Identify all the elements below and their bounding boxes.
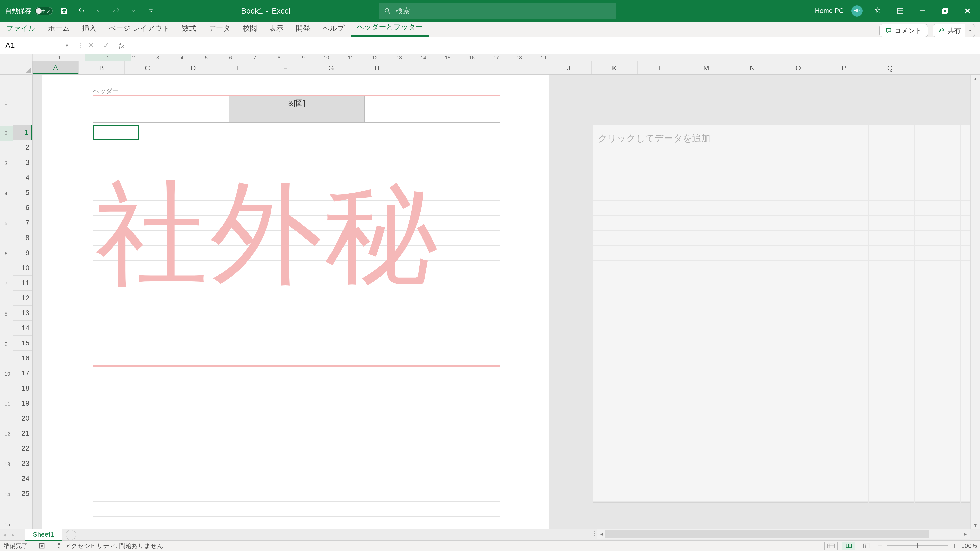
view-normal-button[interactable] xyxy=(824,542,838,550)
tab-header-footer[interactable]: ヘッダーとフッター xyxy=(351,19,429,37)
restore-button[interactable] xyxy=(938,8,953,14)
row-header-9[interactable]: 9 xyxy=(13,245,32,260)
row-header-16[interactable]: 16 xyxy=(13,351,32,366)
formula-input[interactable] xyxy=(129,37,970,54)
horizontal-scrollbar[interactable]: ◂ ▸ xyxy=(597,529,970,539)
column-header-M[interactable]: M xyxy=(683,62,729,75)
scroll-down-arrow[interactable]: ▾ xyxy=(970,521,980,529)
column-header-A[interactable]: A xyxy=(33,62,79,75)
search-box[interactable] xyxy=(379,3,616,19)
row-header-14[interactable]: 14 xyxy=(13,321,32,336)
tab-view[interactable]: 表示 xyxy=(263,20,290,37)
zoom-out-button[interactable]: − xyxy=(878,542,882,550)
view-page-layout-button[interactable] xyxy=(842,542,856,550)
tab-page-layout[interactable]: ページ レイアウト xyxy=(103,20,176,37)
coming-soon-icon[interactable] xyxy=(870,7,885,15)
close-button[interactable] xyxy=(960,7,975,14)
row-header-12[interactable]: 12 xyxy=(13,291,32,306)
row-header-10[interactable]: 10 xyxy=(13,260,32,275)
column-header-H[interactable]: H xyxy=(354,62,400,75)
row-header-4[interactable]: 4 xyxy=(13,170,32,185)
minimize-button[interactable] xyxy=(915,7,930,14)
account-name[interactable]: Home PC xyxy=(815,7,844,15)
zoom-percentage[interactable]: 100% xyxy=(961,542,977,549)
scroll-right-arrow[interactable]: ▸ xyxy=(962,531,969,537)
tab-formulas[interactable]: 数式 xyxy=(176,20,202,37)
redo-dropdown[interactable] xyxy=(127,5,139,17)
column-header-P[interactable]: P xyxy=(821,62,867,75)
column-header-E[interactable]: E xyxy=(216,62,262,75)
column-header-D[interactable]: D xyxy=(170,62,216,75)
tab-insert[interactable]: 挿入 xyxy=(76,20,103,37)
sheet-tab-active[interactable]: Sheet1 xyxy=(25,529,62,541)
header-left-box[interactable] xyxy=(94,97,229,122)
insert-function-button[interactable]: fx xyxy=(114,41,129,50)
column-header-O[interactable]: O xyxy=(775,62,821,75)
row-header-21[interactable]: 21 xyxy=(13,426,32,441)
share-dropdown[interactable] xyxy=(966,24,975,37)
scroll-left-arrow[interactable]: ◂ xyxy=(597,531,605,537)
tab-help[interactable]: ヘルプ xyxy=(316,20,351,37)
tab-home[interactable]: ホーム xyxy=(42,20,76,37)
scroll-up-arrow[interactable]: ▴ xyxy=(970,75,980,83)
view-page-break-button[interactable] xyxy=(860,542,873,550)
undo-dropdown[interactable] xyxy=(93,5,105,17)
column-header-G[interactable]: G xyxy=(308,62,354,75)
column-header-B[interactable]: B xyxy=(79,62,124,75)
column-header-K[interactable]: K xyxy=(592,62,638,75)
formula-bar-expand[interactable]: ⌄ xyxy=(970,43,980,48)
row-header-11[interactable]: 11 xyxy=(13,275,32,291)
column-header-L[interactable]: L xyxy=(638,62,683,75)
row-header-25[interactable]: 25 xyxy=(13,486,32,501)
column-header-I[interactable]: I xyxy=(400,62,446,75)
active-cell[interactable] xyxy=(93,125,139,140)
undo-button[interactable] xyxy=(76,5,87,17)
row-header-17[interactable]: 17 xyxy=(13,366,32,381)
ribbon-mode-icon[interactable] xyxy=(893,7,907,15)
cancel-formula-button[interactable]: ✕ xyxy=(83,41,99,50)
row-header-20[interactable]: 20 xyxy=(13,411,32,426)
row-header-5[interactable]: 5 xyxy=(13,185,32,200)
chevron-down-icon[interactable]: ▾ xyxy=(65,42,68,48)
row-header-15[interactable]: 15 xyxy=(13,336,32,351)
header-center-box[interactable]: &[図] xyxy=(229,97,365,122)
qat-customize[interactable] xyxy=(145,5,157,17)
zoom-slider[interactable] xyxy=(886,545,948,546)
tab-data[interactable]: データ xyxy=(202,20,237,37)
name-box[interactable]: A1 ▾ xyxy=(3,38,70,52)
avatar[interactable]: HP xyxy=(851,5,862,17)
column-header-F[interactable]: F xyxy=(262,62,308,75)
add-sheet-button[interactable]: + xyxy=(66,530,76,540)
row-header-7[interactable]: 7 xyxy=(13,215,32,230)
tab-review[interactable]: 校閲 xyxy=(237,20,263,37)
row-header-2[interactable]: 2 xyxy=(13,140,32,155)
comment-button[interactable]: コメント xyxy=(880,24,928,37)
row-header-18[interactable]: 18 xyxy=(13,381,32,396)
autosave-toggle[interactable]: オフ xyxy=(35,7,52,15)
row-header-1[interactable]: 1 xyxy=(13,125,32,140)
sheet-nav-prev[interactable]: ◂ xyxy=(0,532,9,538)
row-header-24[interactable]: 24 xyxy=(13,471,32,486)
row-header-8[interactable]: 8 xyxy=(13,230,32,245)
page-2[interactable]: クリックしてデータを追加 xyxy=(593,125,970,503)
row-header-23[interactable]: 23 xyxy=(13,456,32,471)
search-input[interactable] xyxy=(396,7,611,15)
select-all-button[interactable] xyxy=(0,62,33,75)
accessibility-status[interactable]: アクセシビリティ: 問題ありません xyxy=(56,542,163,550)
column-header-Q[interactable]: Q xyxy=(867,62,913,75)
share-button[interactable]: 共有 xyxy=(932,24,966,37)
row-header-22[interactable]: 22 xyxy=(13,441,32,456)
row-header-6[interactable]: 6 xyxy=(13,200,32,215)
column-header-C[interactable]: C xyxy=(124,62,170,75)
redo-button[interactable] xyxy=(110,5,122,17)
sheet-nav-next[interactable]: ▸ xyxy=(9,532,18,538)
row-header-3[interactable]: 3 xyxy=(13,155,32,170)
tab-file[interactable]: ファイル xyxy=(0,20,42,37)
header-right-box[interactable] xyxy=(365,97,500,122)
column-header-J[interactable]: J xyxy=(546,62,592,75)
zoom-in-button[interactable]: + xyxy=(953,542,956,550)
vertical-scrollbar[interactable]: ▴ ▾ xyxy=(970,75,980,529)
enter-formula-button[interactable]: ✓ xyxy=(99,41,114,50)
row-header-13[interactable]: 13 xyxy=(13,306,32,321)
tab-developer[interactable]: 開発 xyxy=(290,20,316,37)
